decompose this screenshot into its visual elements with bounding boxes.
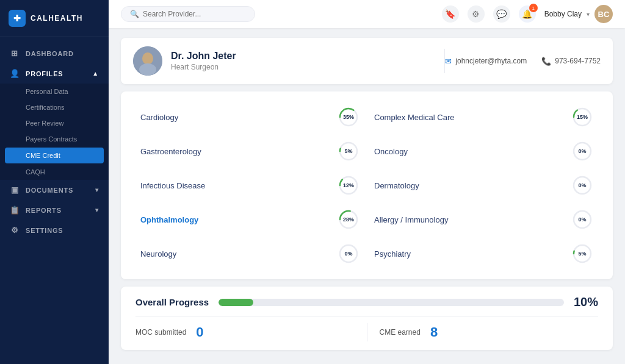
sidebar-item-caqh[interactable]: CAQH (0, 164, 109, 180)
sidebar-item-reports[interactable]: 📋 REPORTS ▾ (0, 200, 109, 220)
svg-point-1 (142, 52, 153, 65)
svg-point-2 (139, 63, 156, 76)
cme-stat: CME earned 8 (380, 324, 599, 340)
specialty-name: Neurology (140, 249, 176, 259)
specialties-card: Cardiology 35% Complex Medical Care 15% … (121, 91, 613, 279)
progress-card: Overall Progress 10% MOC submitted 0 CME… (121, 287, 613, 350)
specialty-row: Complex Medical Care 15% (367, 101, 601, 133)
specialty-pct: 35% (343, 114, 354, 120)
sidebar-item-dashboard[interactable]: ⊞ DASHBOARD (0, 43, 109, 63)
specialty-pct: 0% (344, 251, 352, 257)
circle-progress: 5% (338, 140, 359, 162)
sidebar-item-personal-data[interactable]: Personal Data (0, 84, 109, 99)
specialty-name: Gastroenterology (140, 147, 201, 156)
header-icons: 🔖 ⚙ 💬 🔔 1 Bobby Clay ▾ BC (442, 5, 613, 23)
profile-name: Dr. John Jeter (171, 51, 236, 62)
sidebar-item-cme-credit[interactable]: CME Credit (5, 148, 104, 163)
specialty-pct: 5% (578, 251, 586, 257)
overall-progress-row: Overall Progress 10% (135, 295, 598, 309)
search-bar[interactable]: 🔍 (121, 6, 255, 22)
settings-icon: ⚙ (10, 226, 20, 235)
sidebar-item-certifications[interactable]: Certifications (0, 99, 109, 115)
profile-card: Dr. John Jeter Heart Surgeon ✉ johncjete… (121, 38, 613, 84)
specialty-name: Infectious Disease (140, 181, 205, 190)
sidebar-item-peer-review[interactable]: Peer Review (0, 115, 109, 131)
cme-label: CME earned (380, 328, 421, 337)
logo-icon: ✚ (9, 10, 26, 27)
chevron-down-icon: ▾ (95, 207, 99, 213)
progress-bar (219, 299, 564, 306)
user-menu[interactable]: Bobby Clay ▾ BC (544, 5, 613, 23)
profile-text: Dr. John Jeter Heart Surgeon (171, 51, 236, 71)
circle-progress: 5% (571, 243, 593, 265)
specialty-pct: 28% (343, 216, 354, 223)
sidebar-item-profiles[interactable]: 👤 PROFILES ▲ (0, 63, 109, 84)
search-input[interactable] (143, 10, 240, 18)
circle-progress: 12% (338, 174, 359, 196)
progress-bar-fill (219, 299, 253, 306)
specialty-pct: 0% (578, 216, 586, 223)
email-contact: ✉ johncjeter@rhyta.com (445, 57, 527, 66)
sidebar-item-documents[interactable]: ▣ DOCUMENTS ▾ (0, 180, 109, 200)
specialty-row: Allergy / Immunology 0% (367, 204, 601, 235)
profile-title: Heart Surgeon (171, 63, 236, 71)
dashboard-icon: ⊞ (10, 49, 20, 58)
avatar (133, 46, 162, 76)
phone-contact: 📞 973-694-7752 (541, 57, 601, 66)
profiles-submenu: Personal Data Certifications Peer Review… (0, 84, 109, 180)
sidebar-nav: ⊞ DASHBOARD 👤 PROFILES ▲ Personal Data C… (0, 37, 109, 364)
circle-progress: 28% (338, 209, 359, 230)
moc-stat: MOC submitted 0 (135, 324, 355, 340)
specialty-pct: 15% (577, 114, 588, 120)
profile-contacts: ✉ johncjeter@rhyta.com 📞 973-694-7752 (445, 57, 601, 66)
sidebar-item-payers-contracts[interactable]: Payers Contracts (0, 131, 109, 147)
bookmark-icon-btn[interactable]: 🔖 (442, 5, 459, 23)
notification-badge: 1 (529, 4, 538, 12)
profiles-icon: 👤 (10, 69, 20, 78)
header: 🔍 🔖 ⚙ 💬 🔔 1 Bobby Clay ▾ BC (109, 0, 625, 28)
chevron-down-icon: ▾ (95, 187, 99, 193)
user-avatar: BC (594, 5, 613, 23)
specialty-pct: 12% (343, 182, 354, 188)
phone-icon: 📞 (541, 57, 551, 66)
user-name: Bobby Clay (544, 10, 582, 18)
specialty-pct: 0% (578, 182, 586, 188)
specialty-row: Oncology 0% (367, 135, 601, 167)
moc-value: 0 (196, 324, 203, 340)
specialty-name: Cardiology (140, 113, 178, 122)
profile-phone: 973-694-7752 (555, 57, 601, 65)
circle-progress: 35% (338, 106, 359, 128)
email-icon: ✉ (445, 57, 452, 66)
sidebar-item-settings[interactable]: ⚙ SETTINGS (0, 220, 109, 240)
logo[interactable]: ✚ CALHEALTH (0, 0, 109, 37)
circle-progress: 0% (571, 174, 593, 196)
notification-icon-btn[interactable]: 🔔 1 (519, 5, 536, 23)
specialty-name: Psychiatry (374, 249, 411, 259)
specialty-row: Psychiatry 5% (367, 238, 601, 269)
stats-row: MOC submitted 0 CME earned 8 (135, 316, 598, 341)
main-content: 🔍 🔖 ⚙ 💬 🔔 1 Bobby Clay ▾ BC (109, 0, 625, 364)
sidebar-item-label: PROFILES (26, 70, 63, 77)
specialty-row: Neurology 0% (133, 238, 367, 269)
circle-progress: 0% (571, 140, 593, 162)
logo-text: CALHEALTH (31, 14, 83, 23)
overall-progress-label: Overall Progress (135, 297, 209, 307)
specialty-name: Allergy / Immunology (374, 215, 448, 224)
overall-pct: 10% (574, 295, 598, 309)
circle-progress: 0% (571, 209, 593, 230)
settings-icon-btn[interactable]: ⚙ (468, 5, 485, 23)
cme-value: 8 (430, 324, 438, 340)
chat-icon-btn[interactable]: 💬 (493, 5, 510, 23)
sidebar-item-label: DASHBOARD (26, 50, 74, 57)
stat-divider (367, 323, 367, 341)
search-icon: 🔍 (130, 10, 139, 18)
sidebar-item-label: SETTINGS (26, 227, 63, 234)
specialty-row: Gastroenterology 5% (133, 135, 367, 167)
documents-icon: ▣ (10, 185, 20, 194)
specialty-pct: 0% (578, 148, 586, 154)
specialty-row: Dermatology 0% (367, 170, 601, 201)
reports-icon: 📋 (10, 205, 20, 215)
specialties-grid: Cardiology 35% Complex Medical Care 15% … (133, 101, 601, 269)
sidebar: ✚ CALHEALTH ⊞ DASHBOARD 👤 PROFILES ▲ Per… (0, 0, 109, 364)
circle-progress: 15% (571, 106, 593, 128)
